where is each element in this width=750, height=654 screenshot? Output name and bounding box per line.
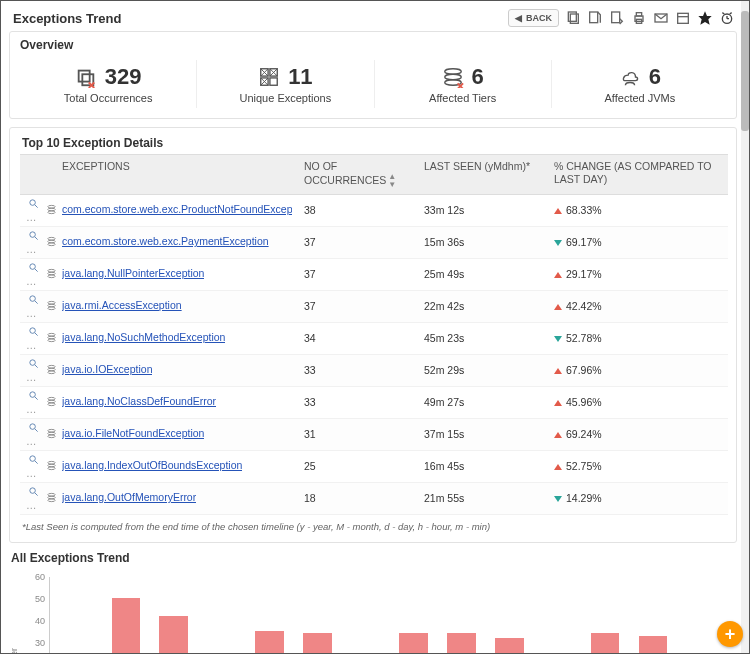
cell-change: 69.24% [548,418,728,450]
svg-rect-16 [78,71,89,82]
magnify-icon[interactable] [26,486,40,497]
svg-line-14 [722,13,724,14]
back-button[interactable]: ◀ BACK [508,9,559,27]
back-button-label: BACK [526,13,552,23]
magnify-icon[interactable] [26,262,40,273]
exception-link[interactable]: java.lang.NoSuchMethodException [62,331,225,343]
overview-metric: 6Affected Tiers [374,60,551,108]
table-header-row: EXCEPTIONS NO OF OCCURRENCES▲▼ LAST SEEN… [20,155,728,195]
svg-point-75 [29,455,34,461]
chart-bar [447,633,476,654]
svg-point-55 [29,327,34,333]
magnify-icon[interactable] [26,358,40,369]
metric-value: 6 [649,64,661,90]
vertical-scrollbar[interactable] [741,1,749,653]
svg-point-48 [47,272,54,275]
scrollbar-thumb[interactable] [741,11,749,131]
cell-occurrences: 33 [298,354,418,386]
csv-export-icon[interactable] [609,10,625,26]
magnify-icon[interactable] [26,422,40,433]
exception-link[interactable]: java.io.IOException [62,363,152,375]
row-more-icon[interactable]: … [26,211,37,223]
sort-arrows-icon: ▲▼ [388,173,396,189]
svg-point-62 [47,365,54,368]
col-stack[interactable] [38,155,56,195]
svg-point-57 [47,333,54,336]
stack-icon[interactable] [44,460,58,471]
exception-link[interactable]: java.lang.OutOfMemoryError [62,491,196,503]
magnify-icon[interactable] [26,326,40,337]
cell-occurrences: 37 [298,258,418,290]
row-more-icon[interactable]: … [26,275,37,287]
magnify-icon[interactable] [26,294,40,305]
alarm-clock-icon[interactable] [719,10,735,26]
cell-change: 14.29% [548,482,728,514]
row-more-icon[interactable]: … [26,339,37,351]
stack-icon[interactable] [44,364,58,375]
magnify-icon[interactable] [26,454,40,465]
copy-icon[interactable] [565,10,581,26]
table-row: …java.lang.OutOfMemoryError1821m 55s14.2… [20,482,728,514]
svg-line-36 [34,204,37,207]
cell-change: 45.96% [548,386,728,418]
stack-icon[interactable] [44,236,58,247]
exception-link[interactable]: com.ecom.store.web.exc.PaymentException [62,235,269,247]
chart-bar [495,638,524,654]
exception-link[interactable]: com.ecom.store.web.exc.ProductNotFoundEx… [62,203,292,215]
col-change[interactable]: % CHANGE (AS COMPARED TO LAST DAY) [548,155,728,195]
cell-last-seen: 16m 45s [418,450,548,482]
stack-icon[interactable] [44,204,58,215]
email-icon[interactable] [653,10,669,26]
stack-icon[interactable] [44,428,58,439]
metric-icon [75,66,97,88]
magnify-icon[interactable] [26,390,40,401]
col-last-seen[interactable]: LAST SEEN (yMdhm)* [418,155,548,195]
metric-label: Affected Tiers [383,92,543,104]
stack-icon[interactable] [44,492,58,503]
magnify-icon[interactable] [26,198,40,209]
svg-rect-17 [82,74,93,85]
exception-link[interactable]: java.lang.NullPointerException [62,267,204,279]
stack-icon[interactable] [44,332,58,343]
fab-add-button[interactable]: + [717,621,743,647]
svg-point-31 [444,74,461,80]
col-magnify[interactable] [20,155,38,195]
exception-link[interactable]: java.lang.IndexOutOfBoundsException [62,459,242,471]
magnify-icon[interactable] [26,230,40,241]
exception-link[interactable]: java.rmi.AccessException [62,299,182,311]
col-occurrences[interactable]: NO OF OCCURRENCES▲▼ [298,155,418,195]
svg-point-74 [47,434,54,437]
svg-line-71 [34,428,37,431]
favorite-star-icon[interactable] [697,10,713,26]
stack-icon[interactable] [44,300,58,311]
col-exceptions[interactable]: EXCEPTIONS [56,155,298,195]
exception-link[interactable]: java.io.FileNotFoundException [62,427,204,439]
stack-icon[interactable] [44,268,58,279]
trend-down-icon [554,336,562,342]
trend-up-icon [554,272,562,278]
svg-point-44 [47,242,54,245]
chart-bar [255,631,284,654]
print-icon[interactable] [631,10,647,26]
exception-link[interactable]: java.lang.NoClassDefFoundError [62,395,216,407]
cell-change: 42.42% [548,290,728,322]
svg-point-84 [47,498,54,501]
svg-point-67 [47,397,54,400]
row-more-icon[interactable]: … [26,435,37,447]
row-more-icon[interactable]: … [26,243,37,255]
svg-point-49 [47,274,54,277]
row-more-icon[interactable]: … [26,307,37,319]
cell-last-seen: 21m 55s [418,482,548,514]
overview-metric: 6Affected JVMs [551,60,728,108]
svg-line-15 [730,13,732,14]
pdf-export-icon[interactable] [587,10,603,26]
cell-last-seen: 25m 49s [418,258,548,290]
svg-point-77 [47,461,54,464]
table-row: …java.lang.NoSuchMethodException3445m 23… [20,322,728,354]
row-more-icon[interactable]: … [26,467,37,479]
row-more-icon[interactable]: … [26,403,37,415]
stack-icon[interactable] [44,396,58,407]
schedule-icon[interactable] [675,10,691,26]
row-more-icon[interactable]: … [26,371,37,383]
row-more-icon[interactable]: … [26,499,37,511]
